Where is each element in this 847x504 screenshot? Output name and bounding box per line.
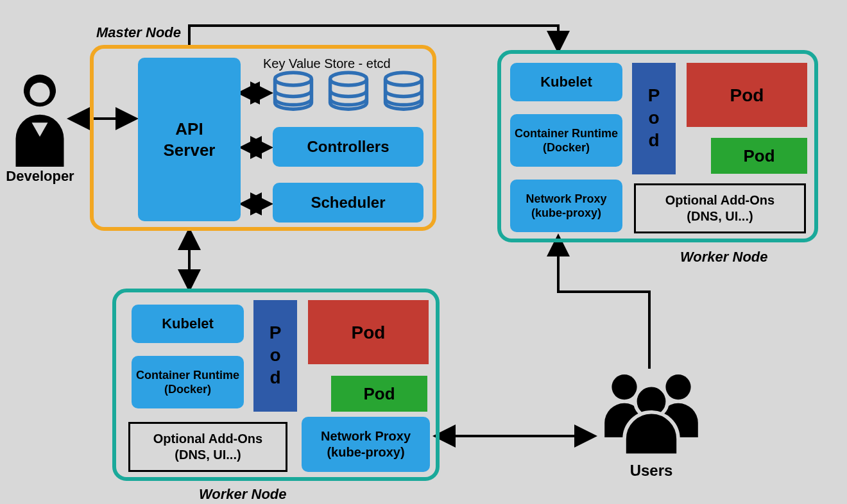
users-label: Users <box>616 462 687 480</box>
svg-point-7 <box>30 83 49 103</box>
developer-label: Developer <box>0 168 80 185</box>
etcd-db-icon-2 <box>326 71 371 115</box>
svg-point-8 <box>275 72 312 85</box>
etcd-label: Key Value Store - etcd <box>263 56 391 71</box>
etcd-db-icon-3 <box>381 71 426 115</box>
w2-runtime: Container Runtime (Docker) <box>132 356 244 408</box>
w1-pod-green: Pod <box>711 138 807 174</box>
worker-node-1-label: Worker Node <box>680 249 768 265</box>
w1-runtime: Container Runtime (Docker) <box>510 114 622 167</box>
w2-proxy: Network Proxy (kube-proxy) <box>302 417 430 472</box>
w1-pod-vertical: Pod <box>632 63 676 174</box>
svg-point-11 <box>612 374 637 399</box>
worker-node-2-label: Worker Node <box>199 486 287 503</box>
w2-pod-vertical: Pod <box>253 300 297 412</box>
developer-icon <box>8 71 72 167</box>
api-server-box: API Server <box>138 58 241 221</box>
w1-pod-red: Pod <box>687 63 807 127</box>
controllers-box: Controllers <box>273 127 424 167</box>
w1-addons: Optional Add-Ons (DNS, UI...) <box>634 183 806 233</box>
w1-proxy: Network Proxy (kube-proxy) <box>510 180 622 232</box>
svg-point-10 <box>386 72 422 85</box>
w2-addons: Optional Add-Ons (DNS, UI...) <box>128 422 287 472</box>
master-node-label: Master Node <box>96 24 181 41</box>
svg-point-9 <box>330 72 367 85</box>
w1-kubelet: Kubelet <box>510 63 622 101</box>
w2-pod-red: Pod <box>308 300 429 364</box>
users-icon <box>597 365 706 455</box>
etcd-db-icon-1 <box>271 71 316 115</box>
svg-point-12 <box>665 374 690 399</box>
w2-kubelet: Kubelet <box>132 305 244 343</box>
scheduler-box: Scheduler <box>273 183 424 223</box>
w2-pod-green: Pod <box>331 376 427 412</box>
